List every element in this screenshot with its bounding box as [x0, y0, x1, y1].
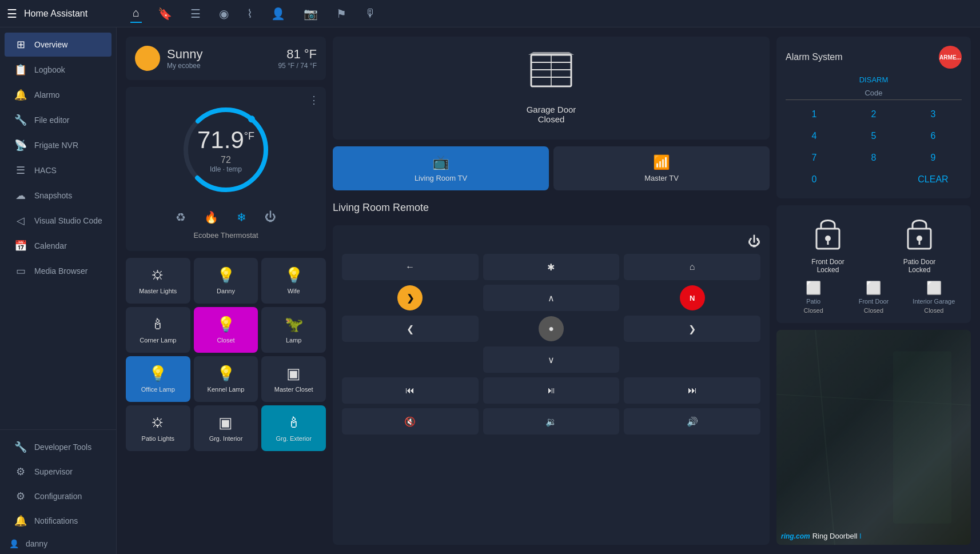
logbook-icon: 📋 — [14, 63, 27, 76]
alarm-key-2[interactable]: 2 — [845, 105, 902, 124]
app-logo: ☰ Home Assistant — [7, 7, 124, 21]
alarm-key-clear[interactable]: CLEAR — [905, 170, 962, 189]
nav-bookmark-icon[interactable]: 🔖 — [156, 5, 174, 23]
alarm-key-9[interactable]: 9 — [905, 148, 962, 168]
thermostat-power-icon[interactable]: ⏻ — [265, 210, 276, 224]
nav-person-icon[interactable]: 👤 — [269, 5, 288, 23]
sidebar-item-file-editor[interactable]: 🔧 File editor — [5, 108, 111, 132]
light-tile-grg-interior[interactable]: ▣ Grg. Interior — [194, 405, 258, 451]
hacs-icon: ☰ — [14, 164, 27, 177]
weather-card: Sunny My ecobee 81 °F 95 °F / 74 °F — [126, 37, 326, 80]
sidebar-item-supervisor[interactable]: ⚙ Supervisor — [5, 460, 111, 484]
lock-tile-front-door[interactable]: Front DoorLocked — [786, 214, 870, 274]
nav-mic-icon[interactable]: 🎙 — [362, 5, 379, 22]
remote-ok-button[interactable]: ● — [539, 316, 564, 341]
remote-asterisk-button[interactable]: ✱ — [483, 254, 620, 280]
alarm-key-5[interactable]: 5 — [845, 126, 902, 146]
svg-point-13 — [917, 236, 922, 241]
sidebar-item-configuration[interactable]: ⚙ Configuration — [5, 484, 111, 508]
remote-mute-button[interactable]: 🔇 — [342, 408, 479, 435]
garage-doors-row: ⬜ Patio Closed ⬜ Front Door Closed ⬜ Int… — [786, 281, 962, 314]
remote-amazon-button[interactable]: ❯ — [397, 285, 423, 310]
thermostat-heat-icon[interactable]: 🔥 — [204, 210, 218, 224]
remote-rewind-button[interactable]: ⏮ — [342, 377, 479, 404]
remote-power-button[interactable]: ⏻ — [748, 234, 760, 249]
alarm-key-0[interactable]: 0 — [786, 170, 843, 189]
sidebar-item-overview[interactable]: ⊞ Overview — [5, 33, 111, 57]
remote-down-button[interactable]: ∨ — [483, 346, 620, 373]
nav-circle-icon[interactable]: ◉ — [217, 5, 231, 23]
sidebar-item-vscode[interactable]: ◁ Visual Studio Code — [5, 209, 111, 233]
alarm-key-4[interactable]: 4 — [786, 126, 843, 146]
remote-right-button[interactable]: ❯ — [624, 316, 760, 342]
nav-camera-icon[interactable]: 📷 — [301, 5, 320, 23]
light-tile-patio-lights[interactable]: ⛭ Patio Lights — [126, 405, 190, 451]
garage-door-patio[interactable]: ⬜ Patio Closed — [786, 281, 841, 314]
tv-tile-master[interactable]: 📶 Master TV — [553, 146, 770, 190]
thermostat-refresh-icon[interactable]: ♻ — [176, 210, 186, 224]
light-tile-grg-exterior[interactable]: 🕯 Grg. Exterior — [261, 405, 326, 451]
alarm-header: Alarm System ARME... — [786, 46, 962, 69]
sidebar-item-frigate-nvr[interactable]: 📡 Frigate NVR — [5, 133, 111, 157]
alarm-key-6[interactable]: 6 — [905, 126, 962, 146]
remote-vol-up-button[interactable]: 🔊 — [624, 408, 760, 435]
patio-lights-icon: ⛭ — [150, 414, 165, 432]
light-tile-kennel-lamp[interactable]: 💡 Kennel Lamp — [194, 356, 258, 402]
sidebar-item-hacs[interactable]: ☰ HACS — [5, 158, 111, 182]
light-tile-wife[interactable]: 💡 Wife — [261, 258, 326, 304]
sidebar-item-media-browser[interactable]: ▭ Media Browser — [5, 259, 111, 283]
remote-grid: ← ✱ ⌂ ❯ ∧ N ❮ ● ❯ ∨ ⏮ — [342, 254, 760, 435]
sidebar-item-calendar[interactable]: 📅 Calendar — [5, 234, 111, 258]
garage-door-front-door[interactable]: ⬜ Front Door Closed — [846, 281, 901, 314]
thermostat-cool-icon[interactable]: ❄ — [237, 210, 246, 224]
remote-playpause-button[interactable]: ⏯ — [483, 377, 620, 404]
light-tile-danny[interactable]: 💡 Danny — [194, 258, 258, 304]
nav-list-icon[interactable]: ☰ — [188, 5, 203, 23]
sidebar-item-snapshots[interactable]: ☁ Snapshots — [5, 184, 111, 208]
remote-left-button[interactable]: ❮ — [342, 316, 479, 342]
sidebar-item-alarmo[interactable]: 🔔 Alarmo — [5, 83, 111, 107]
remote-vol-down-button[interactable]: 🔉 — [483, 408, 620, 435]
sidebar-label-configuration: Configuration — [34, 492, 82, 501]
svg-rect-18 — [893, 352, 951, 524]
ring-video-bg — [776, 330, 971, 545]
tv-tile-living-room[interactable]: 📺 Living Room TV — [333, 146, 549, 190]
light-tile-office-lamp[interactable]: 💡 Office Lamp — [126, 356, 190, 402]
garage-door-interior[interactable]: ⬜ Interior Garage Closed — [906, 281, 962, 314]
svg-point-10 — [825, 236, 831, 241]
alarm-disarm-button[interactable]: DISARM — [786, 75, 962, 84]
nav-chart-icon[interactable]: ⌇ — [245, 5, 255, 23]
front-door-gd-status: Closed — [864, 307, 883, 314]
alarm-key-8[interactable]: 8 — [845, 148, 902, 168]
master-lights-label: Master Lights — [139, 288, 177, 295]
sidebar-label-overview: Overview — [34, 40, 67, 49]
remote-back-button[interactable]: ← — [342, 254, 479, 280]
remote-up-button[interactable]: ∧ — [483, 285, 620, 311]
ring-doorbell-label: Ring Doorbell I — [812, 532, 862, 540]
corner-lamp-icon: 🕯 — [150, 316, 165, 333]
alarm-key-7[interactable]: 7 — [786, 148, 843, 168]
nav-flag-icon[interactable]: ⚑ — [334, 5, 349, 23]
remote-home-button[interactable]: ⌂ — [624, 254, 760, 280]
vscode-icon: ◁ — [14, 214, 27, 227]
alarm-code-field[interactable]: Code — [786, 89, 962, 100]
light-tile-master-closet[interactable]: ▣ Master Closet — [261, 356, 326, 402]
light-tile-closet[interactable]: 💡 Closet — [194, 307, 258, 353]
alarm-key-1[interactable]: 1 — [786, 105, 843, 124]
remote-netflix-button[interactable]: N — [680, 285, 705, 310]
remote-fastforward-button[interactable]: ⏭ — [624, 377, 760, 404]
ring-doorbell-card[interactable]: ring.com Ring Doorbell I — [776, 330, 971, 545]
alarm-key-3[interactable]: 3 — [905, 105, 962, 124]
light-tile-lamp[interactable]: 🦖 Lamp — [261, 307, 326, 353]
sidebar-item-notifications[interactable]: 🔔 Notifications — [5, 509, 111, 533]
sidebar-item-developer-tools[interactable]: 🔧 Developer Tools — [5, 435, 111, 459]
nav-home-icon[interactable]: ⌂ — [130, 4, 142, 23]
weather-temp-main: 81 °F — [278, 47, 317, 62]
hamburger-icon[interactable]: ☰ — [7, 7, 17, 21]
light-tile-master-lights[interactable]: ⛭ Master Lights — [126, 258, 190, 304]
sidebar-item-logbook[interactable]: 📋 Logbook — [5, 58, 111, 82]
lock-tile-patio-door[interactable]: Patio DoorLocked — [877, 214, 962, 274]
patio-door-lock-icon — [902, 214, 937, 254]
light-tile-corner-lamp[interactable]: 🕯 Corner Lamp — [126, 307, 190, 353]
ring-label-row: ring.com Ring Doorbell I — [781, 532, 966, 540]
